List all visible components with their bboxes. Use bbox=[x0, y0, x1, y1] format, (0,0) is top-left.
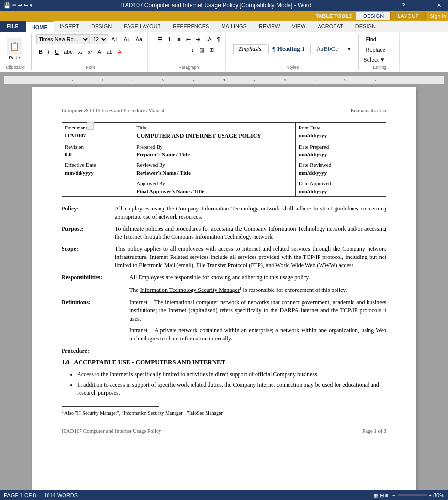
policy-section: Policy: All employees using the Company … bbox=[62, 205, 386, 221]
table-cell-approved-by: Approved By Final Approver's Name / Titl… bbox=[133, 178, 296, 197]
policy-label: Policy: bbox=[62, 205, 115, 221]
procedure-section: Procedure: 1.0 ACCEPTABLE USE - COMPUTER… bbox=[62, 347, 386, 397]
tab-page-layout[interactable]: PAGE LAYOUT bbox=[118, 21, 167, 32]
subscript-button[interactable]: x₂ bbox=[76, 47, 85, 57]
tab-references[interactable]: REFERENCES bbox=[167, 21, 215, 32]
styles-content: Emphasis ¶ Heading 1 AaBbCc ▾ bbox=[233, 34, 353, 64]
paragraph-content: ☰ 1. ≡ ⇤ ⇥ ↕A ¶ ≡ ≡ ≡ ≡ ↕ ▨ ⊞ bbox=[155, 34, 222, 64]
sign-in-link[interactable]: Sign in bbox=[430, 13, 446, 19]
zoom-out-button[interactable]: − bbox=[392, 492, 395, 498]
find-button[interactable]: Find bbox=[364, 34, 379, 44]
table-tools-design-tab[interactable]: DESIGN bbox=[356, 12, 391, 20]
tab-home[interactable]: HOME bbox=[26, 21, 54, 32]
style-heading1[interactable]: ¶ Heading 1 bbox=[268, 44, 309, 54]
tab-review[interactable]: REVIEW bbox=[253, 21, 286, 32]
table-cell-title: Title COMPUTER AND INTERNET USAGE POLICY bbox=[133, 123, 296, 142]
view-icons: ▦ ⊞ ≡ bbox=[373, 492, 389, 499]
add-table-button[interactable]: + bbox=[87, 122, 94, 130]
replace-button[interactable]: Replace bbox=[364, 45, 388, 55]
policy-content: All employees using the Company Informat… bbox=[115, 205, 386, 221]
footer-right: Page 1 of 8 bbox=[362, 427, 386, 435]
tab-design2[interactable]: DESIGN bbox=[350, 21, 382, 32]
tab-file[interactable]: FILE bbox=[0, 21, 26, 32]
table-tools-layout-tab[interactable]: LAYOUT bbox=[391, 12, 426, 20]
font-content: Times New Ro... 12 A↑ A↓ Aa B I U abc x₂… bbox=[36, 34, 144, 64]
style-heading2[interactable]: AaBbCc bbox=[310, 44, 344, 54]
scope-content: This policy applies to all employees wit… bbox=[115, 245, 386, 269]
text-effect-button[interactable]: A bbox=[95, 47, 103, 57]
style-emphasis[interactable]: Emphasis bbox=[233, 44, 267, 54]
align-center-button[interactable]: ≡ bbox=[164, 45, 172, 55]
purpose-section: Purpose: To delineate policies and proce… bbox=[62, 225, 386, 242]
tab-insert[interactable]: INSERT bbox=[54, 21, 85, 32]
definitions-label: Definitions: bbox=[62, 298, 129, 343]
responsibilities-label: Responsibilities: bbox=[62, 274, 129, 295]
decrease-indent-button[interactable]: ⇤ bbox=[184, 34, 193, 44]
clear-format-button[interactable]: Aa bbox=[133, 34, 144, 44]
list-item: In addition to access in support of spec… bbox=[77, 381, 386, 397]
align-right-button[interactable]: ≡ bbox=[172, 45, 180, 55]
sort-button[interactable]: ↕A bbox=[203, 34, 214, 44]
table-cell-date-prepared: Date Prepared mm/dd/yyyy bbox=[295, 142, 386, 160]
tab-acrobat[interactable]: ACROBAT bbox=[312, 21, 349, 32]
font-size-select[interactable]: 12 bbox=[91, 34, 108, 44]
font-group: Times New Ro... 12 A↑ A↓ Aa B I U abc x₂… bbox=[33, 33, 148, 71]
title-bar: 💾 ✏ ↩ ↪ ▾ ITAD107 Computer and Internet … bbox=[0, 0, 448, 11]
styles-more-button[interactable]: ▾ bbox=[345, 44, 353, 54]
justify-button[interactable]: ≡ bbox=[180, 45, 188, 55]
increase-indent-button[interactable]: ⇥ bbox=[193, 34, 203, 44]
title-bar-icons: 💾 ✏ ↩ ↪ ▾ bbox=[4, 2, 32, 9]
intranet-term: Intranet bbox=[129, 327, 147, 334]
table-cell-date-reviewed: Date Reviewed mm/dd/yyyy bbox=[295, 160, 386, 178]
italic-button[interactable]: I bbox=[46, 47, 52, 57]
border-button[interactable]: ⊞ bbox=[207, 45, 216, 55]
underline-button[interactable]: U bbox=[52, 47, 61, 57]
strikethrough-button[interactable]: abc bbox=[62, 47, 75, 57]
ruler: · 1 · 2 · 3 · 4 · 5 · bbox=[4, 76, 444, 84]
tab-view[interactable]: VIEW bbox=[286, 21, 312, 32]
numbering-button[interactable]: 1. bbox=[165, 34, 175, 44]
align-left-button[interactable]: ≡ bbox=[155, 45, 163, 55]
bold-button[interactable]: B bbox=[36, 47, 45, 57]
shading-button[interactable]: ▨ bbox=[197, 45, 207, 55]
definitions-section: Definitions: Internet – The internationa… bbox=[62, 298, 386, 343]
font-label: Font bbox=[36, 64, 144, 70]
styles-group: Emphasis ¶ Heading 1 AaBbCc ▾ Styles bbox=[230, 33, 356, 71]
font-color-button[interactable]: A bbox=[115, 47, 124, 57]
window-controls: ? — □ ✕ bbox=[399, 2, 444, 9]
clipboard-content: 📋 Paste bbox=[5, 34, 24, 64]
maximize-button[interactable]: □ bbox=[423, 2, 432, 9]
paste-button[interactable]: 📋 Paste bbox=[5, 37, 24, 61]
editing-label: Editing bbox=[364, 64, 396, 70]
procedure-label: Procedure: bbox=[62, 347, 386, 355]
clipboard-group: 📋 Paste Clipboard bbox=[2, 33, 29, 71]
line-spacing-button[interactable]: ↕ bbox=[189, 45, 197, 55]
procedure-list: Access to the Internet is specifically l… bbox=[77, 371, 386, 397]
highlight-button[interactable]: ab bbox=[104, 47, 115, 57]
internet-term: Internet bbox=[129, 299, 147, 306]
table-tools-tabs: DESIGN LAYOUT bbox=[356, 12, 426, 20]
status-bar: PAGE 1 OF 8 1814 WORDS ▦ ⊞ ≡ − + 80% bbox=[0, 490, 448, 500]
procedure-heading: 1.0 ACCEPTABLE USE - COMPUTERS AND INTER… bbox=[62, 358, 386, 367]
table-row: Effective Date mm/dd/yyyy Reviewed By Re… bbox=[62, 160, 386, 178]
zoom-slider[interactable] bbox=[398, 494, 427, 496]
bullets-button[interactable]: ☰ bbox=[155, 34, 165, 44]
superscript-button[interactable]: x² bbox=[85, 47, 95, 57]
close-button[interactable]: ✕ bbox=[434, 2, 444, 9]
multilevel-button[interactable]: ≡ bbox=[175, 34, 183, 44]
minimize-button[interactable]: — bbox=[410, 2, 421, 9]
font-name-select[interactable]: Times New Ro... bbox=[36, 34, 90, 44]
tab-design[interactable]: DESIGN bbox=[85, 21, 118, 32]
select-dropdown[interactable]: Select ▾ bbox=[364, 56, 384, 64]
font-grow-button[interactable]: A↑ bbox=[109, 34, 120, 44]
font-shrink-button[interactable]: A↓ bbox=[121, 34, 132, 44]
show-marks-button[interactable]: ¶ bbox=[215, 34, 223, 44]
help-button[interactable]: ? bbox=[399, 2, 408, 9]
footer-left: ITAD107 Computer and Internet Usage Poli… bbox=[62, 427, 161, 435]
clipboard-label: Clipboard bbox=[5, 64, 26, 70]
footnote-divider bbox=[62, 406, 159, 407]
zoom-in-button[interactable]: + bbox=[429, 492, 432, 498]
it-security-manager-link[interactable]: Information Technology Security Manager bbox=[140, 287, 240, 293]
ribbon-content: 📋 Paste Clipboard Times New Ro... 12 A↑ … bbox=[0, 32, 448, 72]
tab-mailings[interactable]: MAILINGS bbox=[215, 21, 253, 32]
